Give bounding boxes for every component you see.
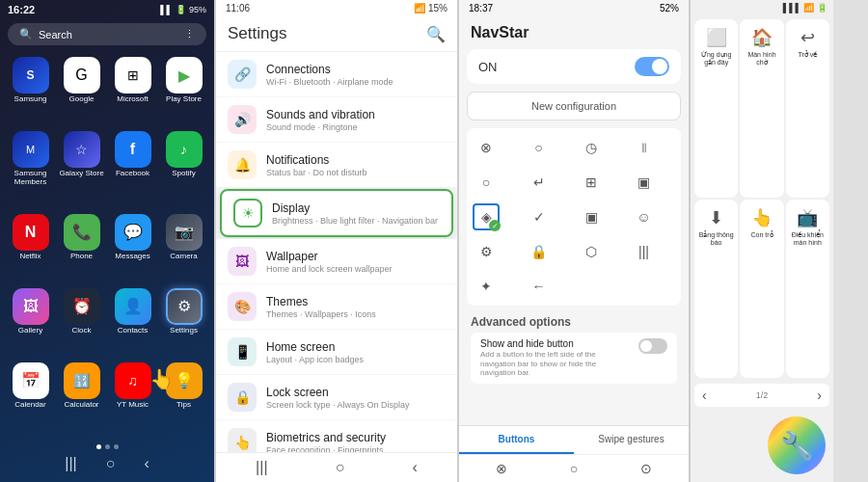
home-icon: 🏠 bbox=[751, 27, 773, 48]
app-galaxy[interactable]: ☆ Galaxy Store bbox=[59, 131, 104, 208]
app-members[interactable]: M Samsung Members bbox=[8, 131, 53, 208]
app-microsoft[interactable]: ⊞ Microsoft bbox=[110, 57, 155, 125]
app-phone[interactable]: 📞 Phone bbox=[59, 214, 104, 282]
cursor-icon: 👆 bbox=[751, 207, 773, 228]
biometrics-text: Biometrics and security Face recognition… bbox=[266, 431, 446, 453]
app-label-facebook: Facebook bbox=[116, 170, 149, 178]
navstar-status-bar: 18:37 52% bbox=[459, 0, 689, 16]
app-facebook[interactable]: f Facebook bbox=[110, 131, 155, 208]
lockscreen-icon: 🔒 bbox=[228, 383, 257, 412]
app-messages[interactable]: 💬 Messages bbox=[110, 214, 155, 282]
back-button[interactable]: ‹ bbox=[144, 455, 149, 472]
settings-back-button[interactable]: ‹ bbox=[413, 459, 418, 476]
grid-icon-bars[interactable]: ⦀ bbox=[631, 134, 658, 161]
app-calculator[interactable]: 🔢 Calculator bbox=[59, 362, 104, 431]
facebook-icon: f bbox=[115, 131, 151, 168]
connections-sub: Wi-Fi · Bluetooth · Airplane mode bbox=[266, 77, 446, 87]
grid-icon-left[interactable]: ← bbox=[526, 273, 553, 300]
recent-apps-button[interactable]: ||| bbox=[65, 455, 76, 472]
app-calendar[interactable]: 📅 Calendar bbox=[8, 362, 53, 431]
wallpaper-sub: Home and lock screen wallpaper bbox=[266, 264, 446, 274]
app-label-samsung: Samsung bbox=[14, 95, 47, 104]
grid-icon-x[interactable]: ⊗ bbox=[473, 134, 500, 161]
quick-item-recent[interactable]: ⬜ Ứng dụng gần đây bbox=[694, 19, 738, 198]
settings-search-button[interactable]: 🔍 bbox=[426, 25, 446, 43]
app-settings[interactable]: ⚙ Settings bbox=[161, 288, 206, 357]
settings-item-display[interactable]: ☀ Display Brightness · Blue light filter… bbox=[220, 189, 453, 237]
quick-next-button[interactable]: › bbox=[817, 388, 822, 403]
quick-item-home[interactable]: 🏠 Màn hình chờ bbox=[740, 19, 783, 198]
grid-icon-image2[interactable]: ▣ bbox=[578, 203, 605, 230]
home-button[interactable]: ○ bbox=[106, 455, 116, 472]
settings-item-homescreen[interactable]: 📱 Home screen Layout · App icon badges bbox=[216, 330, 457, 374]
new-configuration-button[interactable]: New configuration bbox=[467, 92, 681, 120]
app-gallery[interactable]: 🖼 Gallery bbox=[8, 288, 53, 357]
grid-icon-image[interactable]: ▣ bbox=[631, 169, 658, 196]
navstar-home-button[interactable]: ○ bbox=[570, 461, 578, 476]
quick-item-notifications[interactable]: ⬇ Bảng thông báo bbox=[694, 200, 738, 378]
navstar-icon-grid: ⊗ ○ ◷ ⦀ ○ ↵ ⊞ ▣ ◈ ✓ ✓ ▣ ☺ ⚙ 🔒 ⬡ ||| ✦ ← bbox=[467, 128, 681, 306]
display-text: Display Brightness · Blue light filter ·… bbox=[272, 201, 440, 226]
grid-icon-diamond[interactable]: ◈ ✓ bbox=[473, 203, 500, 230]
dot-1 bbox=[96, 444, 101, 449]
app-contacts[interactable]: 👤 Contacts bbox=[110, 288, 155, 357]
quick-item-back[interactable]: ↩ Trở về bbox=[786, 19, 829, 198]
settings-item-lockscreen[interactable]: 🔒 Lock screen Screen lock type · Always … bbox=[216, 375, 457, 419]
tab-buttons[interactable]: Buttons bbox=[459, 426, 574, 454]
home-search-bar[interactable]: 🔍 Search ⋮ bbox=[8, 23, 206, 45]
navstar-back-button[interactable]: ⊙ bbox=[640, 461, 652, 476]
settings-item-biometrics[interactable]: 👆 Biometrics and security Face recogniti… bbox=[216, 420, 457, 452]
grid-icon-check[interactable]: ✓ bbox=[526, 203, 553, 230]
more-options-icon[interactable]: ⋮ bbox=[184, 28, 195, 40]
settings-time: 11:06 bbox=[226, 3, 250, 13]
app-ytmusic[interactable]: ♫ YT Music bbox=[110, 362, 155, 431]
app-samsung[interactable]: S Samsung bbox=[8, 57, 53, 125]
home-navigation: ||| ○ ‹ bbox=[65, 455, 149, 472]
quick-item-cursor[interactable]: 👆 Con trỏ bbox=[740, 200, 783, 378]
settings-item-sounds[interactable]: 🔊 Sounds and vibration Sound mode · Ring… bbox=[216, 97, 457, 142]
app-label-tips: Tips bbox=[176, 401, 191, 410]
advanced-options-title: Advanced options bbox=[471, 315, 677, 329]
grid-icon-star[interactable]: ✦ bbox=[473, 273, 500, 300]
grid-icon-smile[interactable]: ☺ bbox=[631, 203, 658, 230]
grid-icon-circle[interactable]: ○ bbox=[526, 134, 553, 161]
grid-icon-share[interactable]: ⬡ bbox=[578, 238, 605, 265]
connections-title: Connections bbox=[266, 63, 446, 76]
app-clock[interactable]: ⏰ Clock bbox=[59, 288, 104, 357]
notifications-title: Notifications bbox=[266, 153, 446, 167]
settings-recent-button[interactable]: ||| bbox=[256, 459, 267, 476]
calendar-icon: 📅 bbox=[13, 362, 49, 399]
settings-item-notifications[interactable]: 🔔 Notifications Status bar · Do not dist… bbox=[216, 143, 457, 187]
quick-item-screen-control[interactable]: 📺 Điều khiển màn hình bbox=[786, 200, 829, 378]
grid-icon-grid[interactable]: ⊞ bbox=[578, 169, 605, 196]
wifi-icon: 📶 bbox=[414, 3, 425, 13]
navstar-toggle[interactable] bbox=[635, 57, 669, 76]
quick-label-screen: Điều khiển màn hình bbox=[790, 231, 826, 248]
navstar-time: 18:37 bbox=[469, 3, 493, 13]
grid-icon-gear[interactable]: ⚙ bbox=[473, 238, 500, 265]
app-camera[interactable]: 📷 Camera bbox=[161, 214, 206, 282]
settings-item-wallpaper[interactable]: 🖼 Wallpaper Home and lock screen wallpap… bbox=[216, 239, 457, 283]
navstar-recent-button[interactable]: ⊗ bbox=[496, 461, 507, 476]
app-spotify[interactable]: ♪ Spotify bbox=[161, 131, 206, 208]
quick-prev-button[interactable]: ‹ bbox=[702, 388, 707, 403]
connections-text: Connections Wi-Fi · Bluetooth · Airplane… bbox=[266, 63, 446, 87]
grid-icon-lock[interactable]: 🔒 bbox=[526, 238, 553, 265]
app-google[interactable]: G Google bbox=[59, 57, 104, 125]
grid-icon-menu[interactable]: ||| bbox=[631, 238, 658, 265]
settings-item-connections[interactable]: 🔗 Connections Wi-Fi · Bluetooth · Airpla… bbox=[216, 52, 457, 96]
tab-swipe-gestures[interactable]: Swipe gestures bbox=[574, 426, 689, 454]
grid-icon-clock[interactable]: ◷ bbox=[578, 134, 605, 161]
quick-label-back: Trở về bbox=[798, 51, 817, 59]
app-netflix[interactable]: N Netflix bbox=[8, 214, 53, 282]
grid-icon-return[interactable]: ↵ bbox=[526, 169, 553, 196]
settings-item-themes[interactable]: 🎨 Themes Themes · Wallpapers · Icons bbox=[216, 284, 457, 329]
settings-home-button[interactable]: ○ bbox=[336, 459, 345, 476]
grid-icon-circle2[interactable]: ○ bbox=[473, 169, 500, 196]
show-hide-title: Show and hide button bbox=[480, 338, 633, 349]
app-playstore[interactable]: ▶ Play Store bbox=[161, 57, 206, 125]
quick-label-cursor: Con trỏ bbox=[750, 231, 773, 239]
show-hide-toggle[interactable] bbox=[638, 338, 667, 354]
navstar-title: NavStar bbox=[471, 24, 677, 41]
quick-label-notifications: Bảng thông báo bbox=[698, 231, 734, 248]
